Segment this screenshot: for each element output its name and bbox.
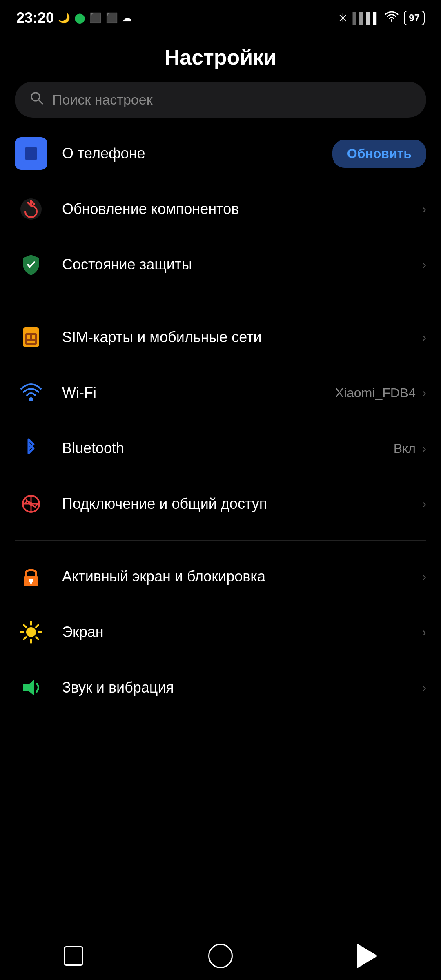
divider-2: [15, 540, 426, 541]
svg-point-13: [29, 502, 33, 506]
sound-label: Звук и вибрация: [62, 679, 422, 696]
components-update-icon: [15, 193, 47, 225]
page-title: Настройки: [0, 33, 441, 82]
nav-recent-button[interactable]: [57, 940, 90, 972]
signal-icon: ▌▌▌▌: [353, 12, 380, 24]
bluetooth-status-icon: ✳: [338, 11, 348, 25]
svg-rect-10: [27, 341, 35, 343]
phone-info-icon: [15, 137, 47, 170]
section-connectivity: SIM-карты и мобильные сети › Wi-Fi Xiaom…: [0, 310, 441, 532]
settings-item-bluetooth[interactable]: Bluetooth Вкл ›: [0, 421, 441, 476]
security-status-icon: [15, 248, 47, 281]
sound-chevron: ›: [422, 681, 426, 695]
sound-icon: [15, 671, 47, 704]
svg-line-25: [24, 637, 26, 639]
search-placeholder: Поиск настроек: [52, 92, 153, 108]
search-icon: [29, 91, 44, 109]
connection-icon: [15, 488, 47, 520]
svg-point-11: [29, 397, 33, 401]
svg-marker-26: [23, 679, 34, 696]
bluetooth-label: Bluetooth: [62, 440, 394, 457]
wifi-status-icon: [384, 11, 399, 25]
recent-icon: [64, 946, 83, 966]
svg-line-23: [36, 637, 38, 639]
back-icon: [357, 944, 378, 968]
settings-item-phone-info[interactable]: О телефоне Обновить: [0, 126, 441, 181]
connection-sharing-chevron: ›: [422, 497, 426, 511]
svg-rect-8: [27, 335, 30, 339]
section-about: О телефоне Обновить Обновление компонент…: [0, 126, 441, 292]
nav-back-button[interactable]: [351, 940, 384, 972]
battery-icon: 97: [404, 11, 425, 25]
bluetooth-icon: [15, 432, 47, 465]
settings-item-sound[interactable]: Звук и вибрация ›: [0, 660, 441, 715]
components-update-label: Обновление компонентов: [62, 200, 422, 218]
settings-item-wifi[interactable]: Wi-Fi Xiaomi_FDB4 ›: [0, 365, 441, 421]
wifi-icon: [15, 376, 47, 409]
settings-item-connection-sharing[interactable]: Подключение и общий доступ ›: [0, 476, 441, 532]
status-left: 23:20 🌙 ⬤ ⬛ ⬛ ☁: [16, 9, 132, 27]
settings-item-sim[interactable]: SIM-карты и мобильные сети ›: [0, 310, 441, 365]
spotify-icon: ⬤: [74, 12, 85, 24]
active-screen-chevron: ›: [422, 570, 426, 584]
bluetooth-value: Вкл: [394, 441, 416, 456]
sim-label: SIM-карты и мобильные сети: [62, 329, 422, 346]
search-bar[interactable]: Поиск настроек: [15, 82, 426, 118]
section-display: Активный экран и блокировка › Экран: [0, 549, 441, 715]
svg-line-22: [24, 625, 26, 627]
active-screen-label: Активный экран и блокировка: [62, 568, 422, 585]
update-button[interactable]: Обновить: [332, 140, 426, 168]
svg-line-24: [36, 625, 38, 627]
status-bar: 23:20 🌙 ⬤ ⬛ ⬛ ☁ ✳ ▌▌▌▌: [0, 0, 441, 33]
settings-item-display[interactable]: Экран ›: [0, 604, 441, 660]
sim-icon: [15, 321, 47, 354]
moon-icon: 🌙: [58, 12, 70, 24]
display-chevron: ›: [422, 625, 426, 639]
display-icon: [15, 616, 47, 648]
wifi-chevron: ›: [422, 386, 426, 400]
security-status-chevron: ›: [422, 258, 426, 272]
settings-item-security-status[interactable]: Состояние защиты ›: [0, 237, 441, 292]
home-icon: [208, 944, 233, 968]
media-icon2: ⬛: [106, 12, 118, 24]
sim-chevron: ›: [422, 330, 426, 344]
svg-rect-16: [30, 581, 32, 584]
svg-point-17: [26, 627, 36, 637]
svg-rect-3: [25, 147, 37, 160]
divider-1: [15, 301, 426, 301]
wifi-value: Xiaomi_FDB4: [335, 385, 416, 401]
security-status-label: Состояние защиты: [62, 256, 422, 273]
status-time: 23:20: [16, 9, 54, 27]
cloud-icon: ☁: [122, 12, 132, 24]
nav-home-button[interactable]: [204, 940, 237, 972]
display-label: Экран: [62, 624, 422, 641]
search-bar-wrapper: Поиск настроек: [0, 82, 441, 126]
connection-sharing-label: Подключение и общий доступ: [62, 495, 422, 512]
status-right: ✳ ▌▌▌▌ 97: [338, 11, 425, 25]
components-update-chevron: ›: [422, 202, 426, 216]
wifi-label: Wi-Fi: [62, 384, 335, 401]
nav-bar: [0, 931, 441, 980]
svg-rect-9: [32, 335, 35, 339]
lock-icon: [15, 560, 47, 593]
settings-item-components-update[interactable]: Обновление компонентов ›: [0, 181, 441, 237]
bluetooth-chevron: ›: [422, 441, 426, 455]
phone-info-label: О телефоне: [62, 145, 332, 162]
svg-line-1: [39, 100, 42, 104]
settings-item-active-screen[interactable]: Активный экран и блокировка ›: [0, 549, 441, 604]
media-icon1: ⬛: [89, 12, 102, 24]
